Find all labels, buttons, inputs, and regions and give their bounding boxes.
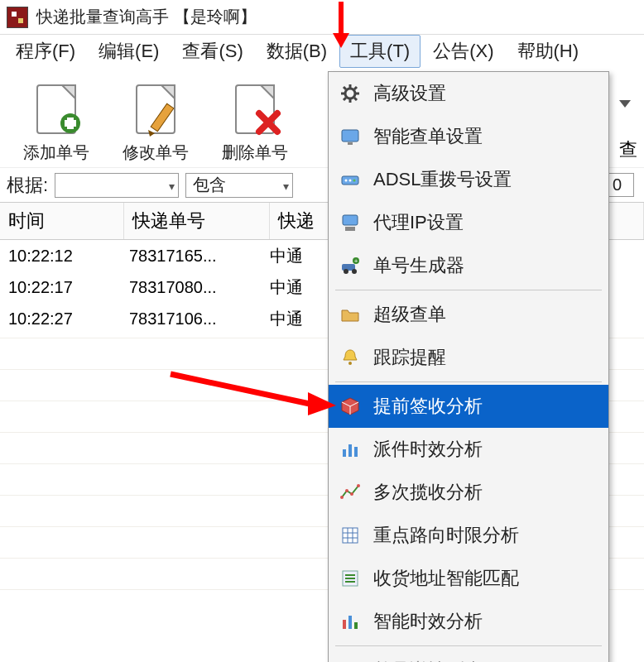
cell-company: 中通 xyxy=(270,245,336,267)
svg-point-17 xyxy=(345,89,355,98)
adsl-icon xyxy=(339,168,362,191)
svg-rect-2 xyxy=(18,18,23,23)
menu-item[interactable]: 智能时效分析 xyxy=(329,600,608,643)
menu-item-label: 多次揽收分析 xyxy=(373,480,483,505)
svg-point-46 xyxy=(345,489,348,492)
svg-point-45 xyxy=(340,496,344,499)
menu-separator xyxy=(335,290,602,290)
svg-point-36 xyxy=(352,269,357,274)
svg-text:+: + xyxy=(354,257,358,265)
menu-item-label: 智能时效分析 xyxy=(373,609,483,634)
cell-time: 10:22:12 xyxy=(0,247,124,266)
menu-item-label: 高级设置 xyxy=(373,81,446,106)
filter-op-value: 包含 xyxy=(193,174,226,196)
monitor-icon xyxy=(339,125,362,148)
menu-item[interactable]: 智能查单设置 xyxy=(329,115,608,158)
menu-item[interactable]: 重点路向时限分析 xyxy=(329,514,608,557)
file-edit-icon xyxy=(123,77,188,142)
svg-point-30 xyxy=(349,180,352,182)
menu-item[interactable]: 提前签收分析 xyxy=(329,385,608,428)
toolbar-button[interactable]: 修改单号 xyxy=(106,77,205,164)
cell-time: 10:22:17 xyxy=(0,278,124,297)
list-icon xyxy=(339,567,362,590)
chevron-down-icon xyxy=(169,175,175,194)
window-title: 快递批量查询高手 【是玲啊】 xyxy=(36,6,257,28)
menu-item: 单号详情列表 xyxy=(329,649,608,662)
svg-line-24 xyxy=(354,87,357,89)
svg-rect-49 xyxy=(343,528,358,543)
menu-item[interactable]: 派件时效分析 xyxy=(329,428,608,471)
svg-point-31 xyxy=(353,180,356,182)
menu-item-label: 提前签收分析 xyxy=(373,394,483,419)
bars-icon xyxy=(339,438,362,461)
menu-item-label: 单号生成器 xyxy=(373,253,464,278)
svg-rect-58 xyxy=(343,620,346,629)
file-add-icon xyxy=(24,77,89,142)
cell-tracking-no: 78317080... xyxy=(124,278,270,297)
menu-item[interactable]: 多次揽收分析 xyxy=(329,471,608,514)
car-icon: + xyxy=(339,254,362,277)
menu-item-label: 派件时效分析 xyxy=(373,437,483,462)
svg-rect-44 xyxy=(354,447,358,457)
svg-rect-59 xyxy=(348,616,352,629)
menu-item[interactable]: 公告(X) xyxy=(422,35,504,68)
menu-item[interactable]: 查看(S) xyxy=(171,35,253,68)
chart-icon xyxy=(339,610,362,633)
menu-item[interactable]: 帮助(H) xyxy=(507,35,590,68)
proxy-icon xyxy=(339,211,362,234)
menu-item[interactable]: +单号生成器 xyxy=(329,244,608,287)
cell-tracking-no: 78317106... xyxy=(124,309,270,329)
svg-point-35 xyxy=(344,269,348,274)
toolbar-right-label: 查 xyxy=(619,137,637,162)
bell-icon xyxy=(339,346,362,369)
toolbar-button[interactable]: 删除单号 xyxy=(205,77,305,164)
toolbar-button-label: 删除单号 xyxy=(222,142,288,164)
col-company[interactable]: 快递 xyxy=(270,203,336,239)
svg-rect-27 xyxy=(348,142,353,145)
menu-item[interactable]: 高级设置 xyxy=(329,72,608,115)
menu-item-label: ADSL重拨号设置 xyxy=(373,167,512,192)
cell-company: 中通 xyxy=(270,276,336,299)
menu-item[interactable]: 编辑(E) xyxy=(88,35,170,68)
col-time[interactable]: 时间 xyxy=(0,203,124,239)
menu-item-label: 智能查单设置 xyxy=(373,124,483,149)
cell-tracking-no: 78317165... xyxy=(124,247,270,266)
svg-rect-32 xyxy=(343,215,358,225)
toolbar-overflow-icon[interactable] xyxy=(618,96,637,116)
svg-point-39 xyxy=(348,362,352,365)
grid-icon xyxy=(339,524,362,547)
menu-item[interactable]: 代理IP设置 xyxy=(329,201,608,244)
filter-label: 根据: xyxy=(7,173,48,198)
menu-item[interactable]: 数据(B) xyxy=(256,35,338,68)
svg-line-23 xyxy=(354,98,357,100)
menu-item[interactable]: 跟踪提醒 xyxy=(329,336,608,379)
title-bar: 快递批量查询高手 【是玲啊】 xyxy=(0,0,644,35)
menu-item-label: 单号详情列表 xyxy=(373,658,483,662)
svg-rect-26 xyxy=(342,130,358,142)
chevron-down-icon xyxy=(283,175,289,194)
cube-icon xyxy=(339,395,362,418)
menu-item-label: 收货地址智能匹配 xyxy=(373,566,519,591)
detail-icon xyxy=(339,659,362,662)
svg-marker-16 xyxy=(619,100,631,108)
svg-rect-60 xyxy=(354,622,358,629)
filter-op-combo[interactable]: 包含 xyxy=(185,173,293,198)
filter-field-combo[interactable] xyxy=(55,173,179,198)
toolbar-button-label: 添加单号 xyxy=(23,142,89,164)
menu-item[interactable]: ADSL重拨号设置 xyxy=(329,158,608,201)
menu-item[interactable]: 收货地址智能匹配 xyxy=(329,557,608,600)
menu-item-label: 代理IP设置 xyxy=(373,210,464,235)
svg-point-47 xyxy=(350,492,353,496)
menu-item[interactable]: 程序(F) xyxy=(5,35,86,68)
toolbar-button[interactable]: 添加单号 xyxy=(7,77,106,164)
svg-rect-33 xyxy=(345,227,355,231)
menu-item[interactable]: 工具(T) xyxy=(339,35,421,68)
gear-icon xyxy=(339,82,362,105)
menu-item-label: 重点路向时限分析 xyxy=(373,523,519,548)
svg-line-25 xyxy=(344,98,346,100)
menu-item-label: 跟踪提醒 xyxy=(373,345,446,370)
menu-item[interactable]: 超级查单 xyxy=(329,293,608,336)
line-icon xyxy=(339,481,362,504)
menu-separator xyxy=(335,381,602,382)
col-tracking-no[interactable]: 快递单号 xyxy=(124,203,270,239)
